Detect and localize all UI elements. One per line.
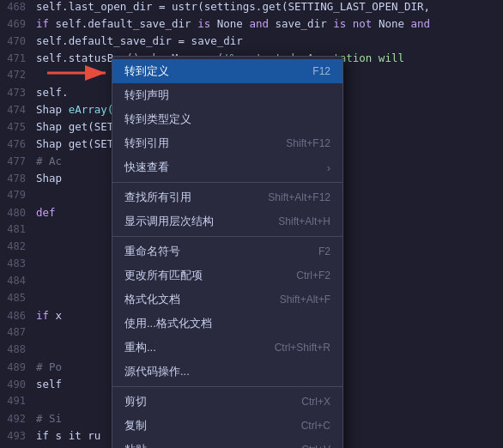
menu-item-label-goto-declaration: 转到声明 (124, 88, 169, 103)
menu-item-label-cut: 剪切 (124, 394, 147, 409)
menu-item-label-format-with: 使用...格式化文档 (124, 316, 212, 331)
menu-item-goto-references[interactable]: 转到引用 Shift+F12 (112, 131, 342, 155)
menu-item-copy[interactable]: 复制 Ctrl+C (112, 414, 342, 438)
menu-divider-1 (112, 182, 342, 183)
menu-item-goto-type-definition[interactable]: 转到类型定义 (112, 107, 342, 131)
menu-divider-3 (112, 386, 342, 387)
menu-item-show-call-hierarchy[interactable]: 显示调用层次结构 Shift+Alt+H (112, 209, 342, 233)
menu-item-label-format-document: 格式化文档 (124, 292, 180, 307)
menu-item-label-goto-type-definition: 转到类型定义 (124, 112, 191, 127)
code-editor: 468 self.last_open_dir = ustr(settings.g… (0, 0, 503, 448)
menu-item-label-goto-references: 转到引用 (124, 136, 169, 151)
menu-item-peek[interactable]: 快速查看 › (112, 155, 342, 179)
context-menu: 转到定义 F12 转到声明 转到类型定义 转到引用 Shift+F12 快速查看 (112, 56, 343, 448)
menu-item-cut[interactable]: 剪切 Ctrl+X (112, 390, 342, 414)
menu-item-label-show-call-hierarchy: 显示调用层次结构 (124, 214, 214, 229)
context-menu-overlay: 转到定义 F12 转到声明 转到类型定义 转到引用 Shift+F12 快速查看 (0, 0, 503, 448)
menu-item-shortcut-goto-definition: F12 (312, 65, 330, 77)
menu-item-shortcut-goto-references: Shift+F12 (286, 137, 330, 149)
menu-item-refactor[interactable]: 重构... Ctrl+Shift+R (112, 336, 342, 360)
menu-item-shortcut-cut: Ctrl+X (301, 396, 330, 408)
menu-item-label-find-all-references: 查找所有引用 (124, 190, 191, 205)
red-arrow-icon (47, 60, 116, 86)
menu-item-shortcut-rename-symbol: F2 (318, 245, 330, 257)
menu-divider-2 (112, 236, 342, 237)
menu-item-shortcut-format-document: Shift+Alt+F (280, 294, 330, 306)
menu-item-label-peek: 快速查看 (124, 160, 169, 175)
menu-item-format-with[interactable]: 使用...格式化文档 (112, 312, 342, 336)
menu-item-shortcut-copy: Ctrl+C (301, 420, 330, 432)
chevron-right-icon: › (327, 161, 330, 174)
menu-item-source-action[interactable]: 源代码操作... (112, 360, 342, 384)
menu-item-label-source-action: 源代码操作... (124, 364, 190, 379)
menu-item-label-paste: 粘贴 (124, 442, 147, 448)
menu-item-change-all-occurrences[interactable]: 更改所有匹配项 Ctrl+F2 (112, 263, 342, 288)
menu-item-label-goto-definition: 转到定义 (124, 64, 169, 79)
menu-item-rename-symbol[interactable]: 重命名符号 F2 (112, 239, 342, 263)
menu-item-shortcut-change-all-occurrences: Ctrl+F2 (296, 269, 330, 282)
menu-item-goto-definition[interactable]: 转到定义 F12 (112, 59, 342, 83)
menu-item-find-all-references[interactable]: 查找所有引用 Shift+Alt+F12 (112, 185, 342, 209)
menu-item-shortcut-show-call-hierarchy: Shift+Alt+H (278, 215, 330, 227)
menu-item-label-refactor: 重构... (124, 340, 156, 355)
menu-item-goto-declaration[interactable]: 转到声明 (112, 83, 342, 107)
menu-item-paste[interactable]: 粘贴 Ctrl+V (112, 438, 342, 448)
menu-item-shortcut-paste: Ctrl+V (301, 444, 330, 448)
menu-item-label-copy: 复制 (124, 418, 147, 433)
menu-item-label-rename-symbol: 重命名符号 (124, 244, 180, 259)
menu-item-label-change-all-occurrences: 更改所有匹配项 (124, 268, 203, 283)
menu-item-shortcut-refactor: Ctrl+Shift+R (275, 342, 330, 354)
menu-item-shortcut-find-all-references: Shift+Alt+F12 (268, 191, 330, 203)
menu-item-format-document[interactable]: 格式化文档 Shift+Alt+F (112, 288, 342, 312)
